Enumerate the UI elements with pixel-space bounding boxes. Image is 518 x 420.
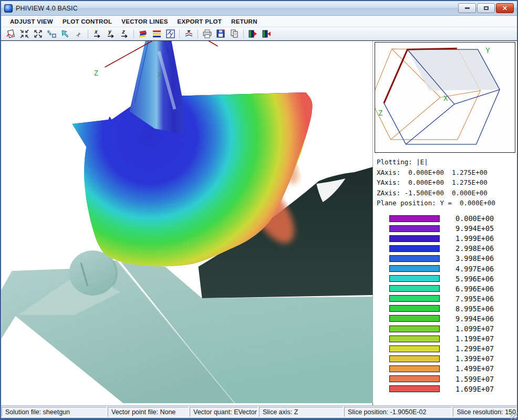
zoom-extents-in-button[interactable] <box>18 28 30 39</box>
legend-swatch <box>389 355 440 362</box>
legend-swatch <box>389 326 440 332</box>
legend-row: 3.998E+06 <box>375 254 515 264</box>
x-axis-icon: x <box>92 29 102 39</box>
legend-row: 9.994E+06 <box>375 313 515 323</box>
x-axis-label: X <box>158 70 162 79</box>
status-panel: Slice position: -1.9050E-02 <box>344 407 452 417</box>
toolbar-separator <box>198 29 198 38</box>
legend-swatch <box>389 255 440 262</box>
legend-row: 1.199E+07 <box>375 334 515 344</box>
legend-swatch <box>389 315 440 322</box>
status-panel: Slice axis: Z <box>259 407 343 417</box>
scale-percent-button[interactable]: % <box>45 28 58 39</box>
cut-plane-button[interactable]: ✂ <box>72 28 85 39</box>
x-axis-slice-button[interactable]: x <box>91 28 103 39</box>
toolbar-separator <box>243 29 244 38</box>
side-panel: Y X Z Plotting: |E|XAxis: 0.000E+00 1.27… <box>373 41 517 405</box>
legend-swatch <box>389 375 440 382</box>
legend-swatch <box>389 235 440 242</box>
z-axis-icon: z <box>120 29 130 39</box>
step-forward-icon <box>248 29 258 39</box>
svg-text:%: % <box>47 29 51 37</box>
legend-row: 1.499E+07 <box>375 364 515 374</box>
legend-swatch <box>389 215 440 222</box>
slice-plot-3d: Z X <box>1 41 373 403</box>
copy-plot-button[interactable] <box>228 28 241 39</box>
legend-swatch <box>389 335 440 342</box>
legend-swatch <box>389 385 440 392</box>
title-bar[interactable]: PHIVIEW 4.0 BASIC ✕ <box>1 1 517 16</box>
menu-adjust-view[interactable]: ADJUST VIEW <box>5 17 58 26</box>
arrows-inward-icon <box>19 29 29 39</box>
contour-stack-button[interactable] <box>182 28 195 39</box>
legend-row: 4.997E+06 <box>375 264 515 274</box>
legend-row: 0.000E+00 <box>375 214 515 224</box>
toolbar-separator <box>88 29 88 38</box>
menu-return[interactable]: RETURN <box>226 17 262 26</box>
maximize-button[interactable] <box>477 3 495 13</box>
close-button[interactable]: ✕ <box>496 3 514 13</box>
northwest-arrow-icon <box>60 29 70 39</box>
legend-swatch <box>389 305 440 312</box>
status-panel: Solution file: sheetgun <box>2 407 107 417</box>
z-axis-slice-button[interactable]: z <box>118 28 131 39</box>
menu-plot-control[interactable]: PLOT CONTROL <box>58 17 117 26</box>
legend-row: 1.599E+07 <box>375 374 515 384</box>
legend-value: 1.099E+07 <box>455 324 494 333</box>
legend-value: 9.994E+06 <box>455 314 494 323</box>
legend-swatch <box>389 345 440 352</box>
arrows-outward-icon <box>33 29 43 39</box>
y-axis-slice-button[interactable]: y <box>105 28 117 39</box>
status-text: Vector quant: EVector <box>193 408 257 416</box>
flag-palette-button[interactable] <box>137 28 149 39</box>
menu-vector-lines[interactable]: VECTOR LINES <box>117 17 172 26</box>
color-bars-button[interactable] <box>150 28 163 39</box>
status-panel: Vector quant: EVector <box>190 407 258 417</box>
legend-row: 1.299E+07 <box>375 344 515 354</box>
printer-icon <box>202 29 212 39</box>
status-text: Slice axis: Z <box>263 408 298 416</box>
legend-value: 1.599E+07 <box>455 375 494 383</box>
pan-view-button[interactable] <box>59 28 71 39</box>
color-legend: 0.000E+00 9.994E+05 1.999E+06 2. <box>375 214 515 394</box>
plot-info-line: Plotting: |E| <box>377 157 514 167</box>
save-plot-button[interactable] <box>214 28 227 39</box>
legend-value: 1.699E+07 <box>455 385 494 393</box>
percent-icon: % <box>47 29 57 39</box>
zoom-extents-out-button[interactable] <box>32 28 44 39</box>
legend-swatch <box>389 275 440 282</box>
plot-range-button[interactable] <box>164 28 177 39</box>
svg-text:✂: ✂ <box>74 29 84 38</box>
legend-value: 0.000E+00 <box>455 214 494 223</box>
status-bar: Solution file: sheetgun Vector point fil… <box>1 405 517 418</box>
minimize-button[interactable] <box>458 3 476 13</box>
status-text: Vector point file: None <box>111 408 175 416</box>
plot-info-line: ZAxis: -1.500E+00 0.000E+00 <box>377 188 514 198</box>
legend-value: 5.996E+06 <box>455 275 494 283</box>
menu-export-plot[interactable]: EXPORT PLOT <box>173 17 226 26</box>
status-panel: Vector point file: None <box>108 407 189 417</box>
legend-value: 3.998E+06 <box>455 254 494 262</box>
flag-icon <box>138 29 148 39</box>
legend-value: 9.994E+05 <box>455 224 494 233</box>
legend-value: 1.299E+07 <box>455 344 494 353</box>
plot-canvas[interactable]: Z X <box>1 41 373 405</box>
step-back-icon <box>262 29 272 39</box>
legend-value: 1.499E+07 <box>455 364 494 373</box>
legend-row: 1.699E+07 <box>375 384 515 394</box>
legend-row: 5.996E+06 <box>375 274 515 284</box>
legend-value: 8.995E+06 <box>455 304 494 313</box>
step-slice-forward-button[interactable] <box>246 28 259 39</box>
resize-grip[interactable] <box>511 413 516 417</box>
electrode-cylinder <box>69 250 117 296</box>
menu-bar: ADJUST VIEW PLOT CONTROL VECTOR LINES EX… <box>1 16 517 27</box>
legend-swatch <box>389 265 440 272</box>
orientation-indicator[interactable]: Y X Z <box>375 42 515 153</box>
print-plot-button[interactable] <box>201 28 213 39</box>
step-slice-back-button[interactable] <box>260 28 273 39</box>
annotate-plot-button[interactable] <box>4 28 17 39</box>
plot-info: Plotting: |E|XAxis: 0.000E+00 1.275E+00Y… <box>375 153 515 209</box>
chart-box-icon <box>165 29 175 39</box>
legend-value: 2.998E+06 <box>455 244 494 253</box>
tool-bar: % ✂ x y z <box>1 27 517 40</box>
